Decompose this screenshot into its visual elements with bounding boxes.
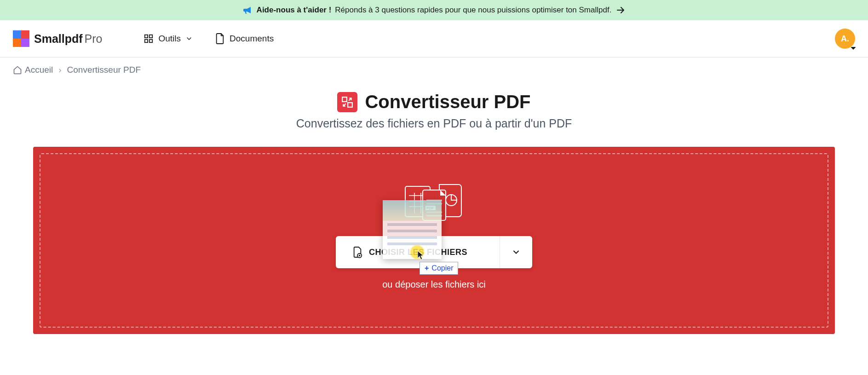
arrow-right-icon xyxy=(615,5,626,16)
svg-rect-5 xyxy=(348,103,353,107)
drop-hint: ou déposer les fichiers ici xyxy=(382,279,486,290)
avatar[interactable]: A. xyxy=(835,29,855,49)
page-subtitle: Convertissez des fichiers en PDF ou à pa… xyxy=(0,117,868,130)
chevron-down-icon xyxy=(185,35,193,42)
logo-mark-icon xyxy=(13,30,29,47)
logo[interactable]: SmallpdfPro xyxy=(13,30,102,47)
choose-files-button[interactable]: CHOISIR LES FICHIERS xyxy=(336,236,500,268)
choose-files-dropdown[interactable] xyxy=(500,236,532,268)
chevron-down-icon xyxy=(512,248,521,257)
banner-text: Réponds à 3 questions rapides pour que n… xyxy=(335,6,611,15)
breadcrumb: Accueil › Convertisseur PDF xyxy=(0,58,868,82)
svg-rect-3 xyxy=(149,40,152,42)
dropzone-container: PDF CHOISIR LES FICHIERS ou déposer les … xyxy=(33,147,835,334)
svg-rect-0 xyxy=(145,35,148,38)
avatar-initial: A. xyxy=(841,34,849,44)
banner-bold: Aide-nous à t'aider ! xyxy=(257,6,332,15)
main-nav: Outils Documents xyxy=(144,33,274,45)
hero: Convertisseur PDF Convertissez des fichi… xyxy=(0,92,868,130)
megaphone-icon xyxy=(242,5,253,16)
dropzone[interactable]: PDF CHOISIR LES FICHIERS ou déposer les … xyxy=(40,153,828,328)
avatar-caret-icon xyxy=(851,47,856,50)
document-icon xyxy=(215,33,225,45)
breadcrumb-home[interactable]: Accueil xyxy=(13,65,53,75)
choose-files-group: CHOISIR LES FICHIERS xyxy=(336,236,532,268)
nav-documents-label: Documents xyxy=(230,34,274,44)
page-title: Convertisseur PDF xyxy=(365,92,530,112)
help-banner[interactable]: Aide-nous à t'aider ! Réponds à 3 questi… xyxy=(0,0,868,20)
svg-rect-2 xyxy=(145,40,148,42)
home-icon xyxy=(13,65,22,75)
nav-tools-label: Outils xyxy=(158,34,181,44)
header: SmallpdfPro Outils Documents A. xyxy=(0,20,868,58)
logo-text: SmallpdfPro xyxy=(34,32,102,46)
file-add-icon xyxy=(352,246,362,258)
converter-icon xyxy=(337,92,357,112)
svg-rect-1 xyxy=(149,35,152,38)
files-illustration-icon: PDF xyxy=(404,182,464,224)
nav-tools[interactable]: Outils xyxy=(144,34,193,44)
breadcrumb-separator: › xyxy=(58,65,61,75)
grid-icon xyxy=(144,34,154,44)
choose-files-label: CHOISIR LES FICHIERS xyxy=(369,248,467,257)
breadcrumb-current: Convertisseur PDF xyxy=(67,65,141,75)
nav-documents[interactable]: Documents xyxy=(215,33,274,45)
svg-rect-4 xyxy=(343,97,347,102)
svg-text:PDF: PDF xyxy=(426,206,434,210)
